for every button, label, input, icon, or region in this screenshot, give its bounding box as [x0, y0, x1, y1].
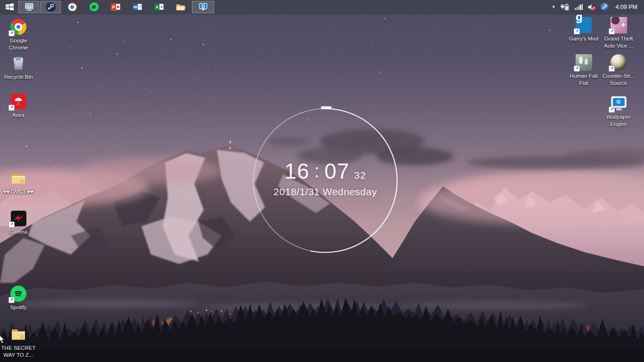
- shortcut-arrow-icon: ↗: [8, 30, 15, 36]
- shortcut-arrow-icon: ↗: [8, 222, 15, 228]
- chrome-icon: [68, 2, 77, 11]
- desktop-icon-google-chrome[interactable]: ↗ GoogleChrome: [0, 18, 36, 51]
- steam-tray-icon[interactable]: [601, 3, 609, 11]
- wallpaper-engine-icon: ⚙ ↗: [610, 95, 627, 112]
- shortcut-arrow-icon: ↗: [8, 297, 15, 303]
- taskbar-word[interactable]: W: [126, 1, 148, 13]
- mouse-cursor: [0, 335, 5, 344]
- icon-label: WallpaperEngine: [606, 114, 630, 128]
- desktop-icon-recycle-bin[interactable]: Recycle Bin: [0, 55, 36, 81]
- garena-icon: ↗: [10, 210, 27, 227]
- taskbar-wallpaper-preview-window[interactable]: [18, 1, 39, 13]
- desktop-icon-spotify[interactable]: ↗ Spotify: [0, 285, 36, 311]
- desktop-icon-garena[interactable]: ↗ Garena: [0, 210, 36, 236]
- monitor-photo-icon: [24, 3, 34, 11]
- battery-charging-icon[interactable]: [561, 3, 570, 11]
- spotify-icon: ↗: [10, 285, 27, 302]
- excel-icon: X X: [154, 3, 164, 11]
- clock-top-marker: [321, 107, 331, 109]
- show-hidden-icons-chevron[interactable]: ▾: [551, 3, 556, 10]
- file-explorer-icon: [176, 3, 185, 11]
- avira-umbrella-icon: ☂ ↗: [10, 93, 27, 110]
- icon-label: Human FallFlat: [570, 73, 598, 87]
- desktop-icon-twice-folder[interactable]: ♥♥TWICE♥♥: [0, 170, 36, 196]
- desktop-icon-wallpaper-engine[interactable]: ⚙ ↗ WallpaperEngine: [601, 95, 636, 128]
- taskbar-chrome[interactable]: [61, 1, 83, 13]
- folder-icon: [10, 326, 27, 343]
- desktop-icon-garrys-mod[interactable]: g ↗ Garry's Mod: [566, 16, 602, 42]
- spotify-icon: [90, 2, 99, 11]
- clock-time: 16 : 07 32: [250, 158, 400, 184]
- taskbar-excel[interactable]: X X: [148, 1, 170, 13]
- icon-label: Counter-Str...Source: [603, 73, 635, 87]
- volume-muted-icon[interactable]: [587, 3, 596, 11]
- clock-separator: :: [314, 161, 320, 181]
- taskbar-clock[interactable]: 4:09 PM: [613, 4, 637, 10]
- folder-icon: [10, 170, 27, 187]
- start-button[interactable]: [1, 0, 18, 14]
- taskbar: P W X X ▾: [0, 0, 644, 14]
- desktop-icon-gta-vice[interactable]: + ↗ Grand TheftAuto Vice ...: [601, 16, 636, 49]
- clock-seconds: 32: [354, 170, 366, 181]
- clock-date: 2018/1/31 Wednesday: [250, 186, 400, 197]
- word-icon: W: [132, 3, 142, 11]
- icon-label: Garry's Mod: [569, 35, 598, 42]
- shortcut-arrow-icon: ↗: [574, 28, 580, 34]
- human-fall-flat-thumbnail-icon: ↗: [575, 54, 592, 71]
- icon-label: Spotify: [10, 304, 26, 311]
- shortcut-arrow-icon: ↗: [609, 107, 615, 113]
- shortcut-arrow-icon: ↗: [609, 66, 615, 72]
- windows-logo-icon: [5, 3, 14, 11]
- icon-label: Avira: [12, 112, 25, 119]
- taskbar-file-explorer[interactable]: [170, 1, 191, 13]
- garrys-mod-icon: g ↗: [575, 16, 592, 33]
- taskbar-spotify[interactable]: [83, 1, 105, 13]
- shortcut-arrow-icon: ↗: [8, 105, 15, 111]
- powerpoint-icon: P: [111, 3, 120, 11]
- chrome-icon: ↗: [10, 18, 27, 35]
- taskbar-wallpaper-engine[interactable]: [192, 1, 214, 13]
- desktop-icon-human-fall-flat[interactable]: ↗ Human FallFlat: [566, 54, 602, 87]
- icon-label: Recycle Bin: [4, 74, 33, 81]
- icon-label: THE SECRETWAY TO Z...: [1, 345, 36, 359]
- desktop-icon-avira[interactable]: ☂ ↗ Avira: [0, 93, 36, 119]
- clock-minutes: 07: [324, 158, 349, 184]
- taskbar-powerpoint[interactable]: P: [105, 1, 126, 13]
- gta-vice-thumbnail-icon: + ↗: [610, 16, 627, 33]
- icon-label: Garena: [9, 229, 27, 236]
- desktop-icon-counter-strike-source[interactable]: ↗ Counter-Str...Source: [601, 54, 636, 87]
- desktop-surface[interactable]: 16 : 07 32 2018/1/31 Wednesday ↗ GoogleC…: [0, 0, 644, 362]
- clock-hours: 16: [284, 158, 309, 184]
- clock-widget: 16 : 07 32 2018/1/31 Wednesday: [250, 106, 400, 255]
- icon-label: ♥♥TWICE♥♥: [3, 189, 33, 196]
- desktop-icon-secret-folder[interactable]: THE SECRETWAY TO Z...: [0, 326, 36, 359]
- recycle-bin-icon: [10, 55, 27, 72]
- counter-strike-source-icon: ↗: [610, 54, 627, 71]
- network-signal-icon[interactable]: [575, 4, 583, 10]
- wallpaper-engine-icon: [198, 3, 208, 11]
- taskbar-steam[interactable]: [40, 1, 61, 13]
- shortcut-arrow-icon: ↗: [609, 28, 615, 34]
- icon-label: Grand TheftAuto Vice ...: [604, 35, 633, 49]
- shortcut-arrow-icon: ↗: [574, 66, 580, 72]
- steam-icon: [46, 2, 56, 12]
- icon-label: GoogleChrome: [9, 37, 28, 51]
- system-tray: ▾ 4:: [551, 3, 644, 11]
